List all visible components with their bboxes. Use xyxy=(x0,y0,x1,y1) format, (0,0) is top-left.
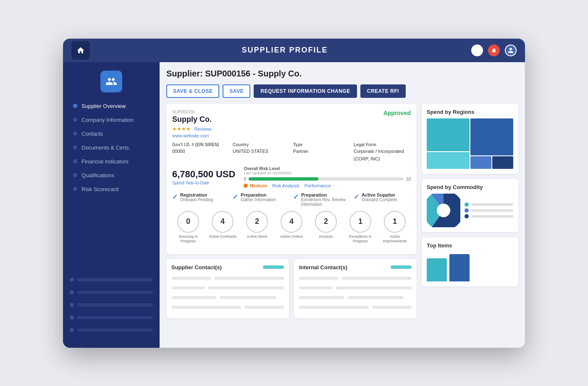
sidebar-item-supplier-overview[interactable]: Supplier Overview xyxy=(68,99,155,113)
treemap-left xyxy=(427,118,470,169)
risk-analysis-link[interactable]: Risk Analysis xyxy=(272,183,299,188)
step-title: Registration xyxy=(180,192,213,197)
ph xyxy=(208,286,284,289)
page-title: SUPPLIER PROFILE xyxy=(98,46,471,55)
legend-dot-dark-blue xyxy=(465,214,469,218)
step-subtitle: Gather Information xyxy=(241,197,276,202)
contact-placeholder-row xyxy=(299,275,412,282)
step-registration: ✓ Registration Onboard Pending xyxy=(172,192,229,207)
metric-contracts[interactable]: 4 Active Contracts xyxy=(207,211,239,244)
request-info-button[interactable]: REQUEST INFORMATION CHANGE xyxy=(254,84,357,98)
active-dot xyxy=(73,104,77,108)
home-button[interactable] xyxy=(71,41,90,60)
metric-value: 1 xyxy=(349,211,371,233)
sidebar-item-documents[interactable]: Documents & Certs. xyxy=(68,141,155,155)
top-items-panel: Top Items xyxy=(422,237,518,286)
ph xyxy=(214,277,284,280)
treemap-cell-blue-large xyxy=(470,118,513,156)
page-header: Supplier: SUP000156 - Supply Co. xyxy=(166,69,518,79)
sidebar-item-company-information[interactable]: Company Information xyxy=(68,113,155,127)
metric-label: Invoices xyxy=(319,234,333,239)
metric-exceptions[interactable]: 1 Exceptions in Progress xyxy=(344,211,376,244)
risk-bar-track xyxy=(249,177,404,181)
main-layout: Supplier Overview Company Information Co… xyxy=(63,62,525,348)
ph xyxy=(299,286,333,289)
metric-label: Active Orders xyxy=(280,234,303,239)
metric-items[interactable]: 2 Active Items xyxy=(241,211,273,244)
treemap-cell-teal-small xyxy=(427,152,470,168)
check-icon: ✓ xyxy=(233,193,238,201)
supplier-contacts: Supplier Contact(s) xyxy=(166,259,289,318)
step-subtitle: Onboard Complete xyxy=(362,197,397,202)
create-rfi-button[interactable]: CREATE RFI xyxy=(360,84,406,98)
spend-regions-chart xyxy=(427,118,513,169)
check-icon: ✓ xyxy=(172,193,178,201)
metric-label: Active Items xyxy=(247,234,267,239)
gov-id-value: 00000 xyxy=(172,149,185,154)
legend-dot-mid-blue xyxy=(465,208,469,213)
ph xyxy=(171,296,216,299)
stars: ★★★★ xyxy=(172,126,191,132)
performance-link[interactable]: Performance xyxy=(304,183,331,188)
metric-value: 2 xyxy=(315,211,337,233)
sidebar-item-qualifications[interactable]: Qualifications xyxy=(68,168,155,182)
content-area: Supplier: SUP000156 - Supply Co. SAVE & … xyxy=(160,62,525,348)
metric-value: 4 xyxy=(281,211,302,233)
dot xyxy=(73,118,77,122)
step-title: Preparation xyxy=(301,192,350,197)
metric-value: 1 xyxy=(384,211,406,233)
supplier-card: SUP000156 Supply Co. ★★★★ Reviews www.we… xyxy=(166,104,417,254)
legend-dot-teal xyxy=(465,202,469,207)
check-icon: ✓ xyxy=(354,193,359,201)
metric-improvements[interactable]: 1 Active Improvements xyxy=(379,211,411,244)
legend-bar xyxy=(471,209,513,212)
internal-contacts-title: Internal Contact(s) xyxy=(299,264,347,270)
sidebar-item-risk-scorecard[interactable]: Risk Scorecard xyxy=(68,182,155,196)
reviews-link[interactable]: Reviews xyxy=(194,126,212,131)
country-label: Country xyxy=(233,142,290,147)
notification-icon[interactable] xyxy=(488,45,500,56)
risk-label: Overall Risk Level xyxy=(244,166,411,171)
metric-sourcing[interactable]: 0 Sourcing in Progress xyxy=(172,211,204,244)
medium-badge: Medium xyxy=(244,183,267,188)
ph xyxy=(171,286,205,289)
treemap-right xyxy=(470,118,513,169)
legend-item-3 xyxy=(465,214,513,218)
step-subtitle: Enrollment Rev. Review Information xyxy=(301,197,350,207)
metric-orders[interactable]: 4 Active Orders xyxy=(276,211,307,244)
risk-bar-fill xyxy=(249,177,318,181)
ph xyxy=(372,306,412,309)
metric-value: 4 xyxy=(212,211,234,233)
legend-bar xyxy=(471,203,513,206)
user-avatar[interactable] xyxy=(505,45,517,56)
circle-icon[interactable] xyxy=(471,45,483,56)
legend-bar xyxy=(471,215,513,218)
contact-placeholder-row xyxy=(299,294,412,301)
ph xyxy=(347,296,404,299)
bar-item-2 xyxy=(449,254,470,281)
ph xyxy=(171,306,241,309)
sidebar-item-contacts[interactable]: Contacts xyxy=(68,127,155,141)
website-link[interactable]: www.website.com xyxy=(172,133,212,138)
contact-placeholder-row xyxy=(299,284,412,291)
spend-ytd-link[interactable]: Spend Year-to-Date xyxy=(172,181,235,185)
content-side: Spend by Regions xyxy=(422,104,518,318)
ph xyxy=(336,286,412,289)
save-button[interactable]: SAVE xyxy=(223,84,250,98)
sidebar-item-financial[interactable]: Financial Indicators xyxy=(68,155,155,168)
sidebar-nav: Supplier Overview Company Information Co… xyxy=(63,99,160,267)
spend-section: 6,780,500 USD Spend Year-to-Date xyxy=(172,169,235,185)
metric-label: Sourcing in Progress xyxy=(172,234,204,244)
top-items-title: Top Items xyxy=(427,242,513,249)
legal-form-label: Legal Form xyxy=(354,142,411,147)
sidebar: Supplier Overview Company Information Co… xyxy=(63,62,160,348)
save-close-button[interactable]: SAVE & CLOSE xyxy=(166,84,219,98)
supplier-name: Supply Co. xyxy=(172,115,212,124)
medium-dot xyxy=(244,184,248,188)
risk-bar-container: 0 10 xyxy=(244,177,411,181)
spend-by-regions-panel: Spend by Regions xyxy=(422,104,518,174)
internal-contact-add-btn[interactable] xyxy=(391,265,412,269)
metric-invoices[interactable]: 2 Invoices xyxy=(310,211,342,244)
contact-add-btn[interactable] xyxy=(263,265,284,269)
legal-form-value: Corporate / Incorporated (CORP, INC) xyxy=(354,149,404,161)
